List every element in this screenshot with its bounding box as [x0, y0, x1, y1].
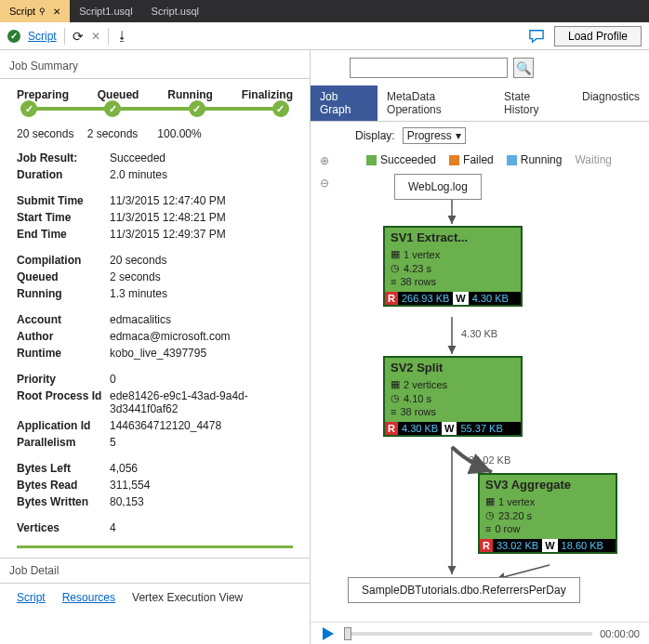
stage-dot: ✓: [272, 100, 289, 117]
priority-value: 0: [110, 373, 293, 386]
tab-job-graph[interactable]: Job Graph: [311, 85, 377, 121]
running-label: Running: [17, 287, 110, 300]
job-graph-canvas[interactable]: WebLog.log SV1 Extract... ▦1 vertex ◷4.2…: [311, 170, 649, 644]
display-select[interactable]: Progress▾: [403, 127, 466, 144]
load-profile-button[interactable]: Load Profile: [554, 26, 642, 46]
search-icon: 🔍: [516, 61, 532, 75]
graph-output-node[interactable]: SampleDBTutorials.dbo.ReferrersPerDay: [348, 577, 580, 603]
priority-label: Priority: [17, 373, 110, 386]
play-button[interactable]: [320, 625, 337, 642]
clock-icon: ◷: [485, 509, 495, 521]
graph-input-node[interactable]: WebLog.log: [394, 174, 482, 200]
download-icon[interactable]: ⭳: [116, 29, 128, 43]
clock-icon: ◷: [391, 392, 400, 404]
submit-time-value: 11/3/2015 12:47:40 PM: [110, 194, 293, 207]
start-time-value: 11/3/2015 12:48:21 PM: [110, 211, 293, 224]
stage-dot: ✓: [189, 100, 205, 117]
bytes-read-value: 311,554: [110, 479, 293, 492]
stage-value: 2 seconds: [87, 127, 152, 140]
vertex-icon: ▦: [391, 378, 400, 390]
vertex-icon: ▦: [485, 495, 495, 507]
legend: Succeeded Failed Running Waiting: [311, 150, 649, 170]
runtime-label: Runtime: [17, 347, 110, 360]
vertex-icon: ▦: [391, 248, 400, 260]
playback-time: 00:00:00: [600, 628, 640, 639]
search-button[interactable]: 🔍: [513, 58, 534, 78]
compilation-label: Compilation: [17, 254, 110, 267]
job-detail-resources-link[interactable]: Resources: [62, 591, 115, 604]
author-label: Author: [17, 330, 110, 343]
feedback-icon[interactable]: [528, 29, 545, 44]
sv3-title: SV3 Aggregate: [480, 475, 616, 494]
root-process-value: ede81426-e9c1-43ad-9a4d-3d3441f0af62: [110, 389, 293, 415]
runtime-value: kobo_live_4397795: [110, 347, 293, 360]
app-id-label: Application Id: [17, 419, 110, 432]
display-label: Display:: [355, 129, 395, 142]
account-value: edmacalitics: [110, 313, 293, 326]
running-value: 1.3 minutes: [110, 287, 293, 300]
chevron-down-icon: ▾: [456, 129, 461, 142]
end-time-label: End Time: [17, 228, 110, 241]
stage-dot: ✓: [20, 100, 37, 117]
toolbar: ✓ Script ⟳ ✕ ⭳ Load Profile: [0, 22, 649, 50]
stage-queued: Queued: [98, 88, 139, 101]
stage-dot: ✓: [104, 100, 121, 117]
pin-icon: ⚲: [39, 7, 46, 16]
close-icon[interactable]: ✕: [53, 7, 60, 17]
close-icon[interactable]: ✕: [91, 30, 100, 43]
stage-finalizing: Finalizing: [242, 88, 293, 101]
edge-label: 33.02 KB: [469, 454, 510, 466]
playback-bar: 00:00:00: [311, 622, 649, 644]
right-tabs: Job Graph MetaData Operations State Hist…: [311, 85, 649, 122]
compilation-value: 20 seconds: [110, 254, 293, 267]
job-summary-header: Job Summary: [0, 54, 310, 79]
rows-icon: ≡: [391, 276, 396, 287]
tab-script[interactable]: Script⚲✕: [0, 0, 70, 22]
queued-label: Queued: [17, 270, 110, 283]
sv3-node[interactable]: SV3 Aggregate ▦1 vertex ◷23.20 s ≡0 row …: [478, 473, 617, 554]
playback-slider[interactable]: [344, 632, 592, 636]
job-detail-vev-link[interactable]: Vertex Execution View: [132, 591, 243, 604]
zoom-in-icon[interactable]: ⊕: [320, 154, 329, 167]
search-input[interactable]: [350, 58, 508, 78]
stage-value: 20 seconds: [17, 127, 82, 140]
tab-script-usql[interactable]: Script.usql: [142, 0, 208, 22]
sv2-title: SV2 Split: [385, 358, 521, 377]
end-time-value: 11/3/2015 12:49:37 PM: [110, 228, 293, 241]
rows-icon: ≡: [391, 406, 396, 417]
refresh-icon[interactable]: ⟳: [73, 29, 84, 44]
stage-value: 100.00%: [157, 127, 222, 140]
queued-value: 2 seconds: [110, 270, 293, 283]
sv1-title: SV1 Extract...: [385, 228, 521, 247]
duration-label: Duration: [17, 168, 110, 181]
app-id-value: 1446364712120_4478: [110, 419, 293, 432]
tab-diagnostics[interactable]: Diagnostics: [573, 85, 649, 121]
parallelism-value: 5: [110, 436, 293, 449]
status-check-icon: ✓: [7, 30, 20, 43]
bytes-left-label: Bytes Left: [17, 462, 110, 475]
bytes-left-value: 4,056: [110, 462, 293, 475]
sv1-node[interactable]: SV1 Extract... ▦1 vertex ◷4.23 s ≡38 row…: [383, 226, 523, 307]
job-detail-header: Job Detail: [0, 558, 310, 584]
author-value: edmaca@microsoft.com: [110, 330, 293, 343]
sv2-node[interactable]: SV2 Split ▦2 vertices ◷4.10 s ≡38 rows R…: [383, 356, 523, 437]
legend-running: Running: [521, 153, 563, 166]
right-panel: 🔍 Job Graph MetaData Operations State Hi…: [311, 50, 649, 644]
submit-time-label: Submit Time: [17, 194, 110, 207]
clock-icon: ◷: [391, 262, 400, 274]
tab-script1-usql[interactable]: Script1.usql: [70, 0, 141, 22]
tab-metadata-ops[interactable]: MetaData Operations: [377, 85, 495, 121]
parallelism-label: Parallelism: [17, 436, 110, 449]
rows-icon: ≡: [485, 523, 491, 534]
stage-running: Running: [167, 88, 213, 101]
bytes-read-label: Bytes Read: [17, 479, 110, 492]
root-process-label: Root Process Id: [17, 389, 110, 415]
edge-label: 4.30 KB: [461, 328, 497, 339]
job-detail-script-link[interactable]: Script: [17, 591, 46, 604]
script-link[interactable]: Script: [28, 30, 57, 43]
tab-state-history[interactable]: State History: [495, 85, 573, 121]
duration-value: 2.0 minutes: [110, 168, 293, 181]
job-result-label: Job Result:: [17, 151, 110, 164]
legend-succeeded: Succeeded: [380, 153, 436, 166]
left-panel: Job Summary Preparing Queued Running Fin…: [0, 50, 311, 644]
